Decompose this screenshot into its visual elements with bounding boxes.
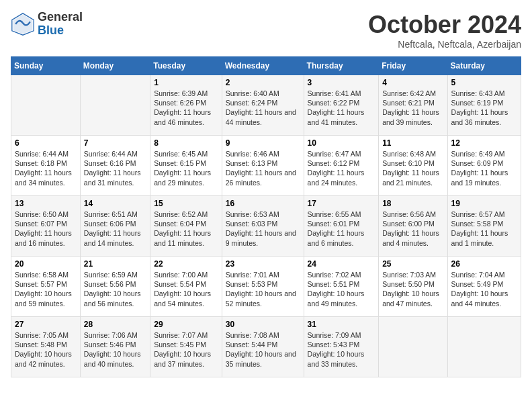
weekday-header-monday: Monday <box>80 57 150 75</box>
day-info: Sunrise: 6:57 AM Sunset: 5:58 PM Dayligh… <box>451 210 517 248</box>
calendar-cell: 13Sunrise: 6:50 AM Sunset: 6:07 PM Dayli… <box>11 196 81 257</box>
day-info: Sunrise: 6:43 AM Sunset: 6:19 PM Dayligh… <box>451 89 517 127</box>
calendar-cell: 23Sunrise: 7:01 AM Sunset: 5:53 PM Dayli… <box>222 257 304 317</box>
day-number: 6 <box>15 138 77 148</box>
day-number: 4 <box>382 78 443 87</box>
calendar-cell: 10Sunrise: 6:47 AM Sunset: 6:12 PM Dayli… <box>304 136 379 196</box>
calendar-cell: 29Sunrise: 7:07 AM Sunset: 5:45 PM Dayli… <box>150 317 222 377</box>
day-number: 12 <box>451 138 517 148</box>
day-number: 21 <box>84 259 146 269</box>
day-number: 14 <box>84 199 146 208</box>
weekday-header-tuesday: Tuesday <box>150 57 222 75</box>
day-info: Sunrise: 6:44 AM Sunset: 6:18 PM Dayligh… <box>15 149 77 187</box>
logo-general: General <box>38 11 83 24</box>
calendar-cell: 9Sunrise: 6:46 AM Sunset: 6:13 PM Daylig… <box>222 136 304 196</box>
day-number: 23 <box>226 259 300 269</box>
day-info: Sunrise: 6:55 AM Sunset: 6:01 PM Dayligh… <box>308 210 375 248</box>
page-header: General Blue October 2024 Neftcala, Neft… <box>11 11 521 50</box>
day-number: 26 <box>451 259 517 269</box>
day-number: 9 <box>226 138 300 148</box>
day-info: Sunrise: 6:52 AM Sunset: 6:04 PM Dayligh… <box>154 210 218 248</box>
calendar-week-row: 1Sunrise: 6:39 AM Sunset: 6:26 PM Daylig… <box>11 75 521 136</box>
weekday-header-thursday: Thursday <box>304 57 379 75</box>
day-number: 16 <box>226 199 300 208</box>
calendar-cell: 27Sunrise: 7:05 AM Sunset: 5:48 PM Dayli… <box>11 317 81 377</box>
calendar-cell: 3Sunrise: 6:41 AM Sunset: 6:22 PM Daylig… <box>304 75 379 136</box>
calendar-cell <box>80 75 150 136</box>
day-info: Sunrise: 6:56 AM Sunset: 6:00 PM Dayligh… <box>382 210 443 248</box>
month-title: October 2024 <box>368 11 521 39</box>
weekday-header-row: SundayMondayTuesdayWednesdayThursdayFrid… <box>11 57 521 75</box>
calendar-cell: 28Sunrise: 7:06 AM Sunset: 5:46 PM Dayli… <box>80 317 150 377</box>
weekday-header-saturday: Saturday <box>447 57 521 75</box>
location-subtitle: Neftcala, Neftcala, Azerbaijan <box>368 39 521 50</box>
day-number: 30 <box>226 320 300 329</box>
weekday-header-wednesday: Wednesday <box>222 57 304 75</box>
day-number: 13 <box>15 199 77 208</box>
day-number: 18 <box>382 199 443 208</box>
day-number: 17 <box>308 199 375 208</box>
day-number: 31 <box>308 320 375 329</box>
calendar-cell: 8Sunrise: 6:45 AM Sunset: 6:15 PM Daylig… <box>150 136 222 196</box>
calendar-cell: 4Sunrise: 6:42 AM Sunset: 6:21 PM Daylig… <box>379 75 447 136</box>
logo: General Blue <box>11 11 83 38</box>
calendar-body: 1Sunrise: 6:39 AM Sunset: 6:26 PM Daylig… <box>11 75 521 377</box>
day-info: Sunrise: 6:39 AM Sunset: 6:26 PM Dayligh… <box>154 89 218 127</box>
day-number: 15 <box>154 199 218 208</box>
day-number: 19 <box>451 199 517 208</box>
day-number: 10 <box>308 138 375 148</box>
calendar-cell: 20Sunrise: 6:58 AM Sunset: 5:57 PM Dayli… <box>11 257 81 317</box>
day-number: 3 <box>308 78 375 87</box>
calendar-cell: 18Sunrise: 6:56 AM Sunset: 6:00 PM Dayli… <box>379 196 447 257</box>
day-number: 25 <box>382 259 443 269</box>
calendar-week-row: 27Sunrise: 7:05 AM Sunset: 5:48 PM Dayli… <box>11 317 521 377</box>
day-number: 29 <box>154 320 218 329</box>
calendar-cell: 5Sunrise: 6:43 AM Sunset: 6:19 PM Daylig… <box>447 75 521 136</box>
calendar-cell: 19Sunrise: 6:57 AM Sunset: 5:58 PM Dayli… <box>447 196 521 257</box>
calendar-cell: 25Sunrise: 7:03 AM Sunset: 5:50 PM Dayli… <box>379 257 447 317</box>
calendar-cell: 30Sunrise: 7:08 AM Sunset: 5:44 PM Dayli… <box>222 317 304 377</box>
logo-icon <box>11 12 35 36</box>
calendar-cell <box>447 317 521 377</box>
day-info: Sunrise: 6:48 AM Sunset: 6:10 PM Dayligh… <box>382 149 443 187</box>
calendar-week-row: 13Sunrise: 6:50 AM Sunset: 6:07 PM Dayli… <box>11 196 521 257</box>
day-info: Sunrise: 6:47 AM Sunset: 6:12 PM Dayligh… <box>308 149 375 187</box>
day-info: Sunrise: 6:44 AM Sunset: 6:16 PM Dayligh… <box>84 149 146 187</box>
calendar-cell: 2Sunrise: 6:40 AM Sunset: 6:24 PM Daylig… <box>222 75 304 136</box>
calendar-cell: 1Sunrise: 6:39 AM Sunset: 6:26 PM Daylig… <box>150 75 222 136</box>
calendar-cell <box>11 75 81 136</box>
calendar-cell: 31Sunrise: 7:09 AM Sunset: 5:43 PM Dayli… <box>304 317 379 377</box>
day-number: 7 <box>84 138 146 148</box>
calendar-cell: 14Sunrise: 6:51 AM Sunset: 6:06 PM Dayli… <box>80 196 150 257</box>
day-number: 1 <box>154 78 218 87</box>
day-info: Sunrise: 6:50 AM Sunset: 6:07 PM Dayligh… <box>15 210 77 248</box>
calendar-cell: 12Sunrise: 6:49 AM Sunset: 6:09 PM Dayli… <box>447 136 521 196</box>
day-info: Sunrise: 7:07 AM Sunset: 5:45 PM Dayligh… <box>154 330 218 369</box>
weekday-header-sunday: Sunday <box>11 57 81 75</box>
day-number: 2 <box>226 78 300 87</box>
calendar-cell: 17Sunrise: 6:55 AM Sunset: 6:01 PM Dayli… <box>304 196 379 257</box>
weekday-header-friday: Friday <box>379 57 447 75</box>
day-info: Sunrise: 7:09 AM Sunset: 5:43 PM Dayligh… <box>308 330 375 369</box>
day-number: 28 <box>84 320 146 329</box>
logo-text: General Blue <box>38 11 83 38</box>
day-info: Sunrise: 7:00 AM Sunset: 5:54 PM Dayligh… <box>154 270 218 308</box>
calendar-cell: 6Sunrise: 6:44 AM Sunset: 6:18 PM Daylig… <box>11 136 81 196</box>
day-info: Sunrise: 6:41 AM Sunset: 6:22 PM Dayligh… <box>308 89 375 127</box>
day-info: Sunrise: 7:01 AM Sunset: 5:53 PM Dayligh… <box>226 270 300 308</box>
calendar-cell: 21Sunrise: 6:59 AM Sunset: 5:56 PM Dayli… <box>80 257 150 317</box>
calendar-header: SundayMondayTuesdayWednesdayThursdayFrid… <box>11 57 521 75</box>
day-number: 24 <box>308 259 375 269</box>
day-info: Sunrise: 7:08 AM Sunset: 5:44 PM Dayligh… <box>226 330 300 369</box>
calendar-cell: 24Sunrise: 7:02 AM Sunset: 5:51 PM Dayli… <box>304 257 379 317</box>
day-info: Sunrise: 6:51 AM Sunset: 6:06 PM Dayligh… <box>84 210 146 248</box>
day-info: Sunrise: 6:42 AM Sunset: 6:21 PM Dayligh… <box>382 89 443 127</box>
calendar-week-row: 6Sunrise: 6:44 AM Sunset: 6:18 PM Daylig… <box>11 136 521 196</box>
day-number: 11 <box>382 138 443 148</box>
day-info: Sunrise: 7:02 AM Sunset: 5:51 PM Dayligh… <box>308 270 375 308</box>
calendar-cell: 7Sunrise: 6:44 AM Sunset: 6:16 PM Daylig… <box>80 136 150 196</box>
day-number: 22 <box>154 259 218 269</box>
day-info: Sunrise: 7:03 AM Sunset: 5:50 PM Dayligh… <box>382 270 443 308</box>
day-info: Sunrise: 6:49 AM Sunset: 6:09 PM Dayligh… <box>451 149 517 187</box>
day-info: Sunrise: 7:04 AM Sunset: 5:49 PM Dayligh… <box>451 270 517 308</box>
